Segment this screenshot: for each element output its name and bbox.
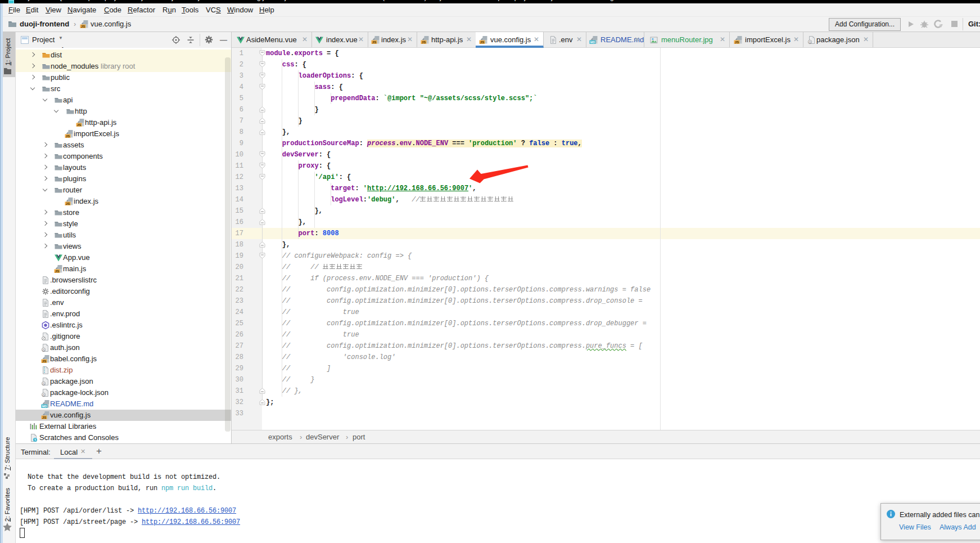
svg-text:{}: {} [42, 393, 44, 397]
svg-text:JS: JS [42, 360, 46, 363]
svg-text:{}: {} [42, 348, 44, 352]
svg-text:JS: JS [422, 41, 426, 44]
svg-text:JS: JS [42, 416, 46, 419]
svg-text:{}: {} [42, 382, 44, 385]
svg-text:JS: JS [81, 25, 85, 28]
svg-text:JS: JS [372, 41, 376, 44]
svg-text:JS: JS [480, 41, 484, 44]
svg-text:JS: JS [66, 202, 70, 205]
svg-text:JS: JS [735, 41, 739, 44]
svg-text:{}: {} [809, 41, 811, 44]
svg-text:MD: MD [590, 41, 595, 44]
svg-text:MD: MD [42, 405, 47, 408]
svg-text:JS: JS [66, 134, 70, 138]
svg-text:JS: JS [55, 270, 59, 273]
svg-text:JS: JS [77, 123, 81, 127]
